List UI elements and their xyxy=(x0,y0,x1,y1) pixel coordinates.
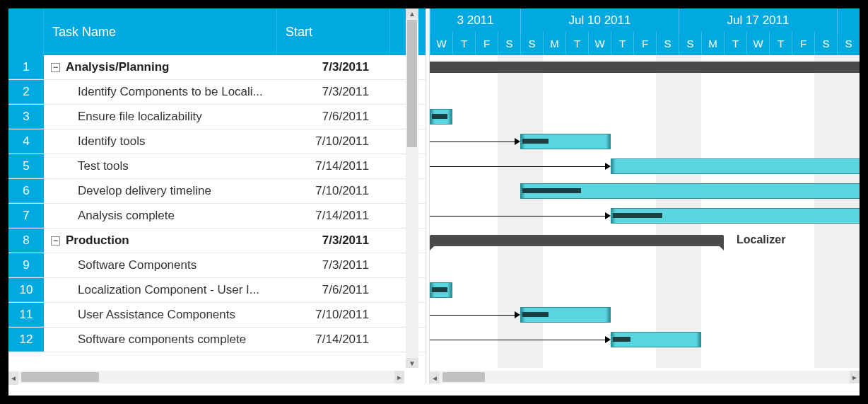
task-start: 7/3/2011 xyxy=(277,258,390,272)
task-bar[interactable] xyxy=(430,109,452,125)
day-header[interactable]: W xyxy=(746,32,769,55)
day-header[interactable]: S xyxy=(656,32,679,55)
task-name-cell: Test tools xyxy=(44,159,277,173)
task-start: 7/14/2011 xyxy=(277,333,390,347)
day-header[interactable]: S xyxy=(679,32,701,55)
day-header[interactable]: T xyxy=(452,32,475,55)
dependency-link xyxy=(430,340,609,340)
task-name-cell: Localization Component - User I... xyxy=(44,283,277,297)
day-header[interactable]: S xyxy=(498,32,520,55)
dependency-link xyxy=(430,315,519,316)
row-id: 10 xyxy=(8,278,44,302)
scroll-left-icon[interactable]: ◄ xyxy=(8,372,18,385)
task-bar[interactable] xyxy=(520,183,860,199)
arrow-right-icon xyxy=(515,138,520,145)
week-header[interactable]: 3 2011 xyxy=(430,8,520,32)
task-name: Localization Component - User I... xyxy=(78,283,259,297)
table-row[interactable]: 3Ensure file localizability7/6/2011 xyxy=(8,105,426,129)
day-header[interactable]: S xyxy=(520,32,543,55)
arrow-right-icon xyxy=(515,311,520,318)
grid-hscrollbar[interactable]: ◄ ► xyxy=(8,371,404,383)
task-name-cell: Identify Components to be Locali... xyxy=(44,85,277,99)
row-id: 1 xyxy=(8,55,44,79)
task-start: 7/10/2011 xyxy=(277,308,390,322)
table-row[interactable]: 1Analysis/Planning7/3/2011 xyxy=(8,55,426,80)
table-row[interactable]: 9Software Components7/3/2011 xyxy=(8,253,426,278)
task-bar[interactable] xyxy=(611,332,701,347)
task-start: 7/6/2011 xyxy=(277,283,390,297)
summary-bar[interactable] xyxy=(430,235,724,246)
day-header[interactable]: T xyxy=(724,32,746,55)
column-header-start[interactable]: Start xyxy=(277,8,390,55)
day-header[interactable]: S xyxy=(837,32,860,55)
task-bar[interactable] xyxy=(430,282,452,298)
task-start: 7/14/2011 xyxy=(277,209,390,223)
task-name-cell: Develop delivery timeline xyxy=(44,184,277,198)
scroll-left-icon[interactable]: ◄ xyxy=(430,372,440,384)
gantt-body[interactable]: Localizer xyxy=(430,55,860,368)
task-bar[interactable] xyxy=(611,158,860,174)
row-id: 9 xyxy=(8,253,44,277)
day-header[interactable]: S xyxy=(814,32,837,55)
day-header[interactable]: T xyxy=(565,32,588,55)
task-name-cell: Production xyxy=(44,233,277,248)
scroll-right-icon[interactable]: ► xyxy=(394,371,404,383)
table-row[interactable]: 10Localization Component - User I...7/6/… xyxy=(8,278,426,303)
row-id: 4 xyxy=(8,129,44,154)
task-name: User Assistance Components xyxy=(78,308,235,322)
task-bar[interactable] xyxy=(520,134,611,149)
table-row[interactable]: 4Identify tools7/10/2011 xyxy=(8,129,426,154)
task-name-cell: Software components complete xyxy=(44,333,277,347)
gantt-app: Task Name Start 1Analysis/Planning7/3/20… xyxy=(8,8,860,396)
week-header[interactable] xyxy=(837,8,860,32)
column-header-name[interactable]: Task Name xyxy=(44,8,277,55)
table-row[interactable]: 6Develop delivery timeline7/10/2011 xyxy=(8,179,426,204)
timeline-header: 3 2011Jul 10 2011Jul 17 2011 WTFSSMTWTFS… xyxy=(430,8,860,55)
gantt-hscrollbar[interactable]: ◄ ► xyxy=(430,371,860,383)
task-start: 7/6/2011 xyxy=(277,110,390,124)
bar-label: Localizer xyxy=(737,233,785,246)
day-header[interactable]: F xyxy=(633,32,656,55)
table-row[interactable]: 11User Assistance Components7/10/2011 xyxy=(8,303,426,328)
day-header[interactable]: F xyxy=(475,32,498,55)
day-header[interactable]: T xyxy=(611,32,633,55)
scroll-down-icon[interactable]: ▼ xyxy=(406,358,418,368)
task-grid: Task Name Start 1Analysis/Planning7/3/20… xyxy=(8,8,426,383)
dependency-link xyxy=(430,142,519,142)
table-row[interactable]: 8Production7/3/2011 xyxy=(8,229,426,253)
task-bar[interactable] xyxy=(611,208,860,224)
table-row[interactable]: 7Analysis complete7/14/2011 xyxy=(8,204,426,229)
day-header[interactable]: W xyxy=(588,32,611,55)
day-header[interactable]: W xyxy=(430,32,452,55)
table-row[interactable]: 12Software components complete7/14/2011 xyxy=(8,328,426,352)
task-start: 7/3/2011 xyxy=(277,233,390,248)
week-header[interactable]: Jul 17 2011 xyxy=(679,8,837,32)
week-header[interactable]: Jul 10 2011 xyxy=(520,8,679,32)
day-header[interactable]: T xyxy=(769,32,792,55)
day-header[interactable]: M xyxy=(701,32,724,55)
task-name-cell: User Assistance Components xyxy=(44,308,277,322)
table-row[interactable]: 5Test tools7/14/2011 xyxy=(8,154,426,179)
day-header[interactable]: M xyxy=(543,32,565,55)
grid-vscrollbar[interactable]: ▲ ▼ xyxy=(406,8,418,368)
scroll-thumb[interactable] xyxy=(442,372,485,382)
table-row[interactable]: 2Identify Components to be Locali...7/3/… xyxy=(8,80,426,105)
task-name: Test tools xyxy=(78,159,129,173)
task-name-cell: Analysis complete xyxy=(44,209,277,223)
collapse-icon[interactable] xyxy=(51,236,60,246)
row-id: 12 xyxy=(8,328,44,352)
row-id: 8 xyxy=(8,229,44,253)
summary-bar[interactable] xyxy=(430,62,860,73)
gantt-chart: 3 2011Jul 10 2011Jul 17 2011 WTFSSMTWTFS… xyxy=(430,8,860,383)
column-header-id[interactable] xyxy=(8,8,44,55)
collapse-icon[interactable] xyxy=(51,63,60,72)
scroll-thumb[interactable] xyxy=(407,20,417,147)
task-bar[interactable] xyxy=(520,307,611,323)
scroll-thumb[interactable] xyxy=(21,372,99,382)
day-header[interactable]: F xyxy=(792,32,814,55)
row-id: 7 xyxy=(8,204,44,228)
scroll-right-icon[interactable]: ► xyxy=(850,371,860,383)
task-name: Software components complete xyxy=(78,333,246,347)
scroll-up-icon[interactable]: ▲ xyxy=(406,8,418,18)
grid-header: Task Name Start xyxy=(8,8,426,55)
